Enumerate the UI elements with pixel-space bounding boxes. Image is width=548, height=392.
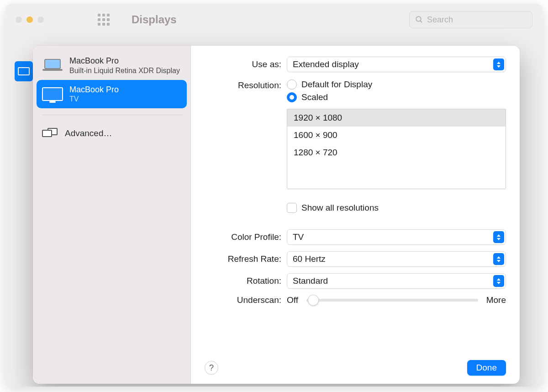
svg-line-1 [420, 21, 422, 22]
refresh-rate-label: Refresh Rate: [205, 254, 287, 264]
color-profile-value: TV [293, 232, 304, 242]
radio-scaled-label: Scaled [301, 92, 328, 102]
rotation-label: Rotation: [205, 276, 287, 286]
help-label: ? [209, 363, 214, 373]
underscan-min-label: Off [287, 295, 298, 305]
display-name: MacBook Pro [69, 56, 180, 66]
show-all-resolutions-checkbox[interactable]: Show all resolutions [287, 203, 506, 213]
display-sub: TV [69, 95, 119, 104]
resolution-radio-default[interactable]: Default for Display [287, 79, 506, 90]
select-stepper-icon [493, 58, 504, 70]
checkbox-icon [287, 203, 297, 213]
radio-default-label: Default for Display [301, 79, 372, 90]
done-button[interactable]: Done [467, 360, 506, 376]
rotation-value: Standard [293, 276, 328, 286]
use-as-label: Use as: [205, 59, 287, 69]
sidebar-display-tv[interactable]: MacBook Pro TV [37, 80, 187, 109]
radio-icon [287, 92, 297, 102]
laptop-icon [42, 59, 63, 72]
search-icon [415, 16, 423, 24]
tv-icon [42, 87, 63, 101]
underscan-slider[interactable] [306, 299, 478, 302]
zoom-window-button[interactable] [37, 16, 44, 23]
display-settings-content: Use as: Extended display Resolution: Def… [191, 46, 520, 384]
refresh-rate-select[interactable]: 60 Hertz [287, 251, 506, 267]
window-controls [16, 16, 44, 23]
resolution-radio-scaled[interactable]: Scaled [287, 92, 506, 102]
multi-display-icon [42, 128, 58, 139]
close-window-button[interactable] [16, 16, 22, 23]
search-placeholder: Search [427, 15, 453, 25]
advanced-label: Advanced… [65, 128, 112, 138]
select-stepper-icon [493, 275, 504, 287]
minimize-window-button[interactable] [26, 16, 33, 23]
displays-sidebar: MacBook Pro Built-in Liquid Retina XDR D… [33, 46, 191, 384]
toolbar: Displays Search [5, 4, 543, 36]
select-stepper-icon [493, 253, 504, 265]
underscan-max-label: More [486, 295, 506, 305]
resolution-label: Resolution: [205, 79, 287, 90]
display-name: MacBook Pro [69, 85, 119, 95]
background-sidebar-displays-item [15, 61, 33, 81]
radio-icon [287, 79, 297, 90]
resolution-option[interactable]: 1920 × 1080 [287, 109, 506, 127]
rotation-select[interactable]: Standard [287, 273, 506, 289]
help-button[interactable]: ? [205, 361, 218, 375]
sidebar-divider [41, 115, 182, 115]
svg-point-0 [416, 16, 421, 21]
display-settings-sheet: MacBook Pro Built-in Liquid Retina XDR D… [33, 46, 520, 384]
refresh-rate-value: 60 Hertz [293, 254, 326, 264]
slider-thumb[interactable] [308, 295, 319, 306]
resolution-option[interactable]: 1280 × 720 [287, 144, 506, 161]
advanced-button[interactable]: Advanced… [37, 122, 187, 145]
color-profile-label: Color Profile: [205, 232, 287, 242]
sidebar-display-builtin[interactable]: MacBook Pro Built-in Liquid Retina XDR D… [37, 51, 187, 80]
search-field[interactable]: Search [409, 11, 532, 28]
resolution-option[interactable]: 1600 × 900 [287, 127, 506, 144]
use-as-select[interactable]: Extended display [287, 57, 506, 72]
color-profile-select[interactable]: TV [287, 229, 506, 245]
use-as-value: Extended display [293, 59, 359, 69]
display-sub: Built-in Liquid Retina XDR Display [69, 66, 180, 75]
underscan-label: Underscan: [205, 295, 287, 305]
select-stepper-icon [493, 231, 504, 243]
system-settings-window: Displays Search MacBook Pro Built-in Liq… [5, 4, 543, 387]
resolution-list: 1920 × 1080 1600 × 900 1280 × 720 [287, 109, 506, 189]
all-settings-button[interactable] [98, 14, 110, 26]
page-title: Displays [132, 13, 177, 26]
display-icon [18, 67, 30, 75]
show-all-label: Show all resolutions [301, 203, 379, 213]
done-label: Done [476, 363, 497, 372]
